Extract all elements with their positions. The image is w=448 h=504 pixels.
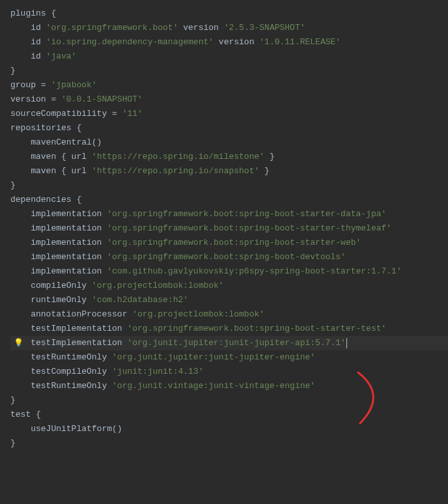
text: version [214, 37, 259, 47]
string: 'org.springframework.boot:spring-boot-st… [107, 223, 391, 233]
text: version [178, 23, 223, 33]
string: '1.0.11.RELEASE' [259, 37, 341, 47]
string: 'java' [46, 51, 77, 61]
text: testImplementation [10, 324, 127, 333]
string: '11' [122, 109, 143, 119]
string: 'org.springframework.boot:spring-boot-de… [107, 252, 346, 262]
string: 'org.springframework.boot:spring-boot-st… [127, 324, 386, 333]
text: testRuntimeOnly [10, 352, 112, 362]
code-line[interactable]: maven { url 'https://repo.spring.io/snap… [10, 164, 448, 178]
string: 'org.springframework.boot:spring-boot-st… [107, 238, 361, 247]
code-line[interactable]: runtimeOnly 'com.h2database:h2' [10, 293, 448, 307]
code-line[interactable]: implementation 'org.springframework.boot… [10, 236, 448, 250]
text: implementation [10, 223, 107, 233]
text: dependencies { [10, 195, 81, 204]
code-line[interactable]: testImplementation 'org.springframework.… [10, 322, 448, 336]
string: 'jpabook' [51, 80, 96, 90]
code-line[interactable]: implementation 'org.springframework.boot… [10, 221, 448, 236]
text: sourceCompatibility = [10, 109, 122, 119]
text: implementation [10, 266, 107, 276]
string: 'org.junit.jupiter:junit-jupiter-engine' [112, 352, 315, 362]
text: repositories { [10, 123, 81, 133]
text: id [10, 23, 46, 33]
intention-bulb-icon[interactable]: 💡 [14, 336, 20, 343]
code-line[interactable]: id 'org.springframework.boot' version '2… [10, 21, 448, 35]
string: 'https://repo.spring.io/milestone' [92, 152, 264, 161]
text: id [10, 37, 46, 47]
code-line[interactable]: id 'java' [10, 49, 448, 64]
text: implementation [10, 252, 107, 262]
string: 'junit:junit:4.13' [112, 367, 203, 376]
text: } [10, 438, 16, 448]
text: } [10, 66, 16, 76]
string: 'com.h2database:h2' [92, 295, 188, 305]
code-line-current[interactable]: 💡 testImplementation 'org.junit.jupiter:… [10, 336, 448, 350]
text: } [264, 152, 275, 161]
text-cursor [346, 338, 347, 348]
text: version = [10, 94, 61, 104]
code-line[interactable]: group = 'jpabook' [10, 78, 448, 92]
text: maven { url [10, 166, 92, 176]
text: implementation [10, 209, 107, 219]
string: 'org.junit.jupiter:junit-jupiter-api:5.7… [127, 338, 345, 348]
code-line[interactable]: implementation 'org.springframework.boot… [10, 250, 448, 264]
code-line[interactable]: compileOnly 'org.projectlombok:lombok' [10, 279, 448, 293]
text: maven { url [10, 152, 92, 161]
text: useJUnitPlatform() [10, 424, 122, 434]
code-line[interactable]: plugins { [10, 7, 448, 21]
text: testImplementation [10, 338, 127, 348]
code-line[interactable]: testRuntimeOnly 'org.junit.jupiter:junit… [10, 350, 448, 365]
code-line[interactable]: } [10, 436, 448, 451]
text: plugins { [10, 8, 56, 18]
text: } [10, 180, 16, 190]
code-line[interactable]: mavenCentral() [10, 135, 448, 150]
text: } [259, 166, 270, 176]
string: '2.5.3-SNAPSHOT' [224, 23, 305, 33]
text: testRuntimeOnly [10, 381, 112, 391]
string: 'io.spring.dependency-management' [46, 37, 214, 47]
string: 'https://repo.spring.io/snapshot' [92, 166, 259, 176]
text: implementation [10, 238, 107, 247]
code-line[interactable]: maven { url 'https://repo.spring.io/mile… [10, 150, 448, 164]
string: 'org.projectlombok:lombok' [132, 309, 264, 319]
code-line[interactable]: annotationProcessor 'org.projectlombok:l… [10, 307, 448, 322]
text: compileOnly [10, 281, 92, 290]
code-line[interactable]: implementation 'org.springframework.boot… [10, 207, 448, 221]
annotation-red-curve [355, 366, 394, 431]
string: 'org.springframework.boot' [46, 23, 178, 33]
text: runtimeOnly [10, 295, 92, 305]
text: testCompileOnly [10, 367, 112, 376]
text: group = [10, 80, 51, 90]
code-line[interactable]: sourceCompatibility = '11' [10, 107, 448, 121]
code-line[interactable]: } [10, 178, 448, 193]
text: mavenCentral() [10, 137, 102, 147]
string: 'org.projectlombok:lombok' [92, 281, 224, 290]
string: 'org.junit.vintage:junit-vintage-engine' [112, 381, 315, 391]
string: '0.0.1-SNAPSHOT' [61, 94, 143, 104]
string: 'com.github.gavlyukovskiy:p6spy-spring-b… [107, 266, 401, 276]
text: annotationProcessor [10, 309, 132, 319]
code-line[interactable]: repositories { [10, 121, 448, 135]
code-line[interactable]: version = '0.0.1-SNAPSHOT' [10, 92, 448, 107]
code-line[interactable]: } [10, 64, 448, 78]
code-line[interactable]: dependencies { [10, 193, 448, 207]
string: 'org.springframework.boot:spring-boot-st… [107, 209, 386, 219]
text: test { [10, 410, 41, 419]
code-line[interactable]: implementation 'com.github.gavlyukovskiy… [10, 264, 448, 279]
code-line[interactable]: id 'io.spring.dependency-management' ver… [10, 35, 448, 49]
text: } [10, 395, 16, 405]
text: id [10, 51, 46, 61]
